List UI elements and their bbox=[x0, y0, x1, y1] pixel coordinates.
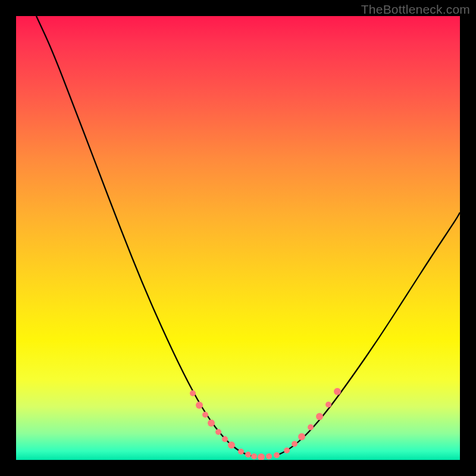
marker-dot bbox=[251, 453, 257, 459]
marker-dot bbox=[228, 441, 235, 449]
marker-dot bbox=[238, 449, 244, 455]
marker-dot bbox=[245, 452, 251, 458]
marker-dot bbox=[258, 453, 265, 460]
marker-dot bbox=[308, 424, 314, 430]
marker-dot bbox=[284, 447, 290, 453]
marker-dot bbox=[208, 419, 215, 427]
marker-dot bbox=[334, 388, 341, 395]
marker-dot bbox=[274, 452, 280, 458]
marker-dot bbox=[190, 390, 196, 396]
curve-right-curve bbox=[275, 212, 460, 456]
gradient-plot-area bbox=[16, 16, 460, 460]
watermark-text: TheBottleneck.com bbox=[361, 2, 470, 17]
marker-dot bbox=[215, 429, 221, 435]
curve-plot bbox=[16, 16, 460, 460]
marker-dot bbox=[292, 441, 298, 447]
marker-dot bbox=[202, 412, 208, 418]
marker-dot bbox=[325, 402, 331, 408]
marker-dot bbox=[266, 453, 272, 459]
marker-dot bbox=[316, 413, 323, 420]
curve-left-curve bbox=[36, 16, 255, 457]
marker-dot bbox=[196, 402, 203, 409]
marker-dot bbox=[222, 436, 228, 442]
marker-dot bbox=[298, 433, 305, 440]
